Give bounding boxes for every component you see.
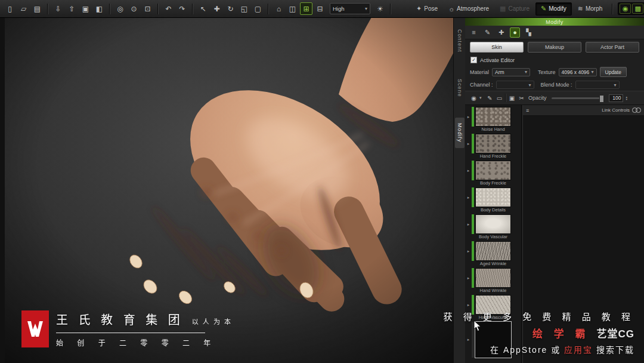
skin-brush-icon[interactable]: ✎ xyxy=(482,27,493,38)
blend-mode-dropdown[interactable]: ▾ xyxy=(575,81,620,89)
stamp-icon[interactable]: ▣ xyxy=(508,95,516,101)
layer-thumbnail[interactable] xyxy=(475,214,511,234)
camera-view-icon[interactable]: ◫ xyxy=(286,2,299,15)
layer-handle-icon[interactable]: ▸ xyxy=(465,241,472,261)
undo-icon[interactable]: ↶ xyxy=(162,2,175,15)
layer-item[interactable]: ▸Body Details xyxy=(465,187,521,213)
ambient-light-icon[interactable]: ☀ xyxy=(374,2,386,15)
layer-handle-icon[interactable]: ▸ xyxy=(465,134,472,153)
activate-editor-checkbox[interactable]: ✓ xyxy=(470,57,477,63)
uv-checker-icon[interactable]: ▚ xyxy=(524,27,534,38)
zoom-icon[interactable]: ⊙ xyxy=(128,2,140,15)
grid-toggle-icon[interactable]: ⊟ xyxy=(314,2,326,15)
layer-thumbnail[interactable] xyxy=(475,187,511,207)
scale-icon[interactable]: ◱ xyxy=(238,2,250,15)
tool-icons-slot: ◉▾✎▭▣✂ xyxy=(470,94,525,102)
opacity-slider[interactable] xyxy=(552,97,604,99)
save-icon[interactable]: ▤ xyxy=(31,2,44,15)
layer-handle-icon[interactable]: ▸ xyxy=(465,214,472,234)
layer-item[interactable]: ▸Hand Freckle xyxy=(465,134,521,159)
open-file-icon[interactable]: ▱ xyxy=(17,2,30,15)
quality-dropdown[interactable]: High▾ xyxy=(330,3,370,14)
opacity-value[interactable]: 100 xyxy=(609,94,623,102)
adjust-icon[interactable]: ≡ xyxy=(469,27,479,38)
brand-yitangcg: 艺堂CG xyxy=(597,325,635,340)
layer-item[interactable]: ▸Body Freckle xyxy=(465,161,521,186)
tab-makeup[interactable]: Makeup xyxy=(528,42,581,53)
viewport-layout-icon[interactable]: ⊞ xyxy=(300,2,312,15)
import-icon[interactable]: ⇩ xyxy=(52,2,64,15)
visibility-icon[interactable]: ◉ xyxy=(470,95,478,101)
toolbar-separator xyxy=(47,4,48,14)
opacity-slider-thumb[interactable] xyxy=(599,95,604,103)
pose-button[interactable]: ✦Pose xyxy=(411,2,442,16)
rotate-icon[interactable]: ↻ xyxy=(224,2,237,15)
material-label: Material xyxy=(470,69,489,75)
channel-dropdown[interactable]: ▾ xyxy=(496,81,534,89)
link-controls-label: Link Controls xyxy=(602,107,630,113)
layer-thumbnail[interactable] xyxy=(475,107,511,127)
atmosphere-button-label: Atmosphere xyxy=(457,5,489,12)
side-tab-modify[interactable]: Modify xyxy=(455,118,465,148)
layer-item[interactable]: ▸Noise Hand xyxy=(465,107,521,133)
layer-thumbnail[interactable] xyxy=(475,161,511,180)
update-button[interactable]: Update xyxy=(600,67,627,77)
atmosphere-button[interactable]: ☼Atmosphere xyxy=(444,2,494,16)
toolbar: ▯▱▤⇩⇧▣◧◎⊙⊡↶↷↖✚↻◱▢⌂◫⊞⊟High▾☀✦Pose☼Atmosph… xyxy=(0,0,644,18)
morph-button[interactable]: ≋Morph xyxy=(573,2,608,16)
brand-huixueba: 绘 学 霸 xyxy=(532,325,589,340)
gizmo-icon[interactable]: ▢ xyxy=(252,2,264,15)
layer-item[interactable]: ▸Hand Wrinkle xyxy=(465,268,521,294)
opacity-spinner[interactable]: ▴▾ xyxy=(626,96,628,100)
morph-button-icon: ≋ xyxy=(578,5,583,13)
tab-actor-part[interactable]: Actor Part xyxy=(586,42,639,53)
merge-icon[interactable]: ▣ xyxy=(79,2,92,15)
select-icon[interactable]: ↖ xyxy=(197,2,209,15)
layer-active-strip xyxy=(472,241,474,261)
texture-size-dropdown[interactable]: 4096 x 4096 ▾ xyxy=(559,68,597,76)
layer-active-strip xyxy=(472,187,474,207)
home-icon[interactable]: ⌂ xyxy=(273,2,285,15)
new-file-icon[interactable]: ▯ xyxy=(4,2,16,15)
move-icon[interactable]: ✚ xyxy=(210,2,223,15)
layer-row: ▸ xyxy=(465,107,521,127)
caret-down-icon[interactable]: ▾ xyxy=(479,96,484,100)
material-dropdown[interactable]: Arm ▾ xyxy=(492,68,530,76)
layer-handle-icon[interactable]: ▸ xyxy=(465,187,472,207)
zoom-select-icon[interactable]: ◎ xyxy=(114,2,126,15)
quality-dropdown-value: High xyxy=(333,5,345,12)
side-tab-scene[interactable]: Scene xyxy=(455,73,465,103)
list-options-icon[interactable]: ≡ xyxy=(526,107,529,113)
modify-button[interactable]: ✎Modify xyxy=(535,2,572,16)
side-tab-content[interactable]: Content xyxy=(455,24,465,58)
layer-item[interactable]: ▸Body Vascular xyxy=(465,214,521,240)
link-icon[interactable] xyxy=(632,107,641,113)
layer-handle-icon[interactable]: ▸ xyxy=(465,268,472,288)
clip-icon[interactable]: ✂ xyxy=(518,95,525,101)
blend-mode-label: Blend Mode : xyxy=(541,82,572,88)
toolbar-separator xyxy=(390,4,391,14)
layer-active-strip xyxy=(472,268,474,288)
material-sphere-icon[interactable]: ● xyxy=(510,27,520,38)
layer-thumbnail[interactable] xyxy=(475,134,511,153)
watermark-left: 王 氏 教 育 集 团 以 人 为 本 始 创 于 二 零 零 二 年 xyxy=(21,310,232,347)
layer-handle-icon[interactable]: ▸ xyxy=(465,161,472,180)
probe-icon[interactable]: ✚ xyxy=(496,27,506,38)
toolbar-separator xyxy=(109,4,110,14)
layer-thumbnail[interactable] xyxy=(475,241,511,261)
spin-down-icon[interactable]: ▾ xyxy=(626,98,628,100)
redo-icon[interactable]: ↷ xyxy=(176,2,188,15)
eraser-icon[interactable]: ▭ xyxy=(496,95,503,101)
layer-thumbnail[interactable] xyxy=(475,268,511,288)
zoom-fit-icon[interactable]: ⊡ xyxy=(141,2,154,15)
texture-paint-icon[interactable]: ◉ xyxy=(620,4,631,14)
workspace-icon[interactable]: ◧ xyxy=(93,2,106,15)
material-value: Arm xyxy=(495,69,504,75)
export-icon[interactable]: ⇧ xyxy=(66,2,78,15)
layer-item[interactable]: ▸Aged Wrinkle xyxy=(465,241,521,267)
paint-brush-icon[interactable]: ✎ xyxy=(486,95,494,101)
capture-button-icon: ▦ xyxy=(500,5,506,13)
tab-skin[interactable]: Skin xyxy=(470,42,524,53)
layer-handle-icon[interactable]: ▸ xyxy=(465,107,472,127)
bake-icon[interactable]: ▩ xyxy=(632,4,643,14)
